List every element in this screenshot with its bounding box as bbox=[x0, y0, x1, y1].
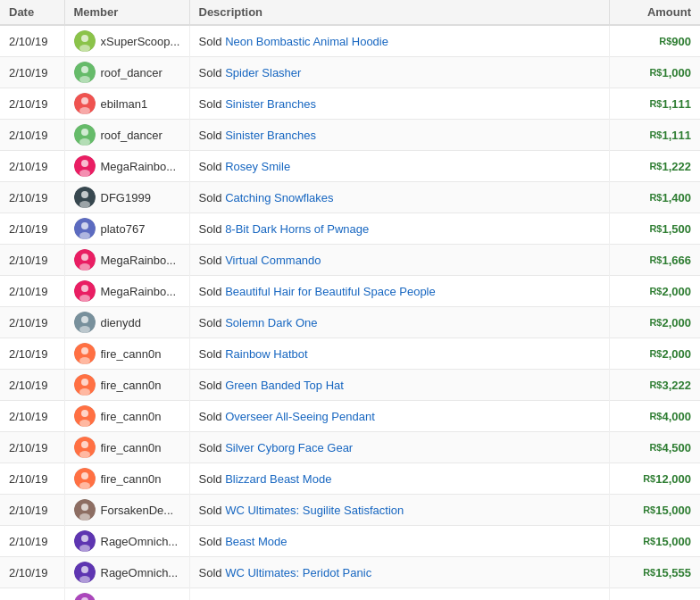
item-link[interactable]: Rosey Smile bbox=[225, 160, 290, 173]
cell-description: Sold Sinister Branches bbox=[189, 120, 609, 151]
amount-value: R$3,222 bbox=[649, 379, 691, 392]
table-row: 2/10/19 xSuperScoop...Sold Neon Bombasti… bbox=[0, 25, 700, 57]
member-name: RageOmnich... bbox=[101, 535, 179, 548]
table-row: 2/10/19 MegaRainbo...Sold Beautiful Hair… bbox=[0, 276, 700, 307]
table-row: 2/10/19 fire_cann0nSold Silver Cyborg Fa… bbox=[0, 432, 700, 463]
item-link[interactable]: Neon Bombastic Animal Hoodie bbox=[225, 35, 388, 48]
member-name: TwistedStory bbox=[101, 597, 167, 601]
member-name: RageOmnich... bbox=[101, 566, 179, 579]
cell-description: Sold Spider Slasher bbox=[189, 57, 609, 88]
svg-point-20 bbox=[79, 232, 90, 239]
svg-point-1 bbox=[81, 35, 88, 42]
item-link[interactable]: 8-Bit Dark Horns of Pwnage bbox=[225, 222, 369, 236]
svg-point-50 bbox=[79, 545, 90, 552]
cell-description: Sold Sparkle Time Fedora bbox=[189, 588, 609, 601]
avatar bbox=[74, 155, 96, 177]
svg-point-28 bbox=[81, 316, 88, 323]
cell-description: Sold Blizzard Beast Mode bbox=[189, 463, 609, 495]
table-row: 2/10/19 MegaRainbo...Sold Virtual Comman… bbox=[0, 245, 700, 276]
cell-date: 2/10/19 bbox=[0, 526, 64, 557]
table-row: 2/10/19 ebilman1Sold Sinister BranchesR$… bbox=[0, 88, 700, 120]
currency-sign: R$ bbox=[649, 161, 662, 171]
item-link[interactable]: Blizzard Beast Mode bbox=[225, 472, 331, 486]
cell-member: dienydd bbox=[64, 307, 189, 338]
item-link[interactable]: WC Ultimates: Sugilite Satisfaction bbox=[225, 504, 404, 517]
member-name: fire_cann0n bbox=[101, 410, 162, 423]
cell-member: roof_dancer bbox=[64, 120, 189, 151]
cell-date: 2/10/19 bbox=[0, 88, 64, 120]
member-name: fire_cann0n bbox=[101, 347, 162, 361]
cell-date: 2/10/19 bbox=[0, 432, 64, 463]
currency-sign: R$ bbox=[649, 223, 662, 234]
cell-description: Sold Catching Snowflakes bbox=[189, 182, 609, 213]
svg-point-44 bbox=[79, 482, 90, 489]
header-description: Description bbox=[189, 0, 609, 25]
cell-description: Sold Neon Bombastic Animal Hoodie bbox=[189, 25, 609, 57]
item-link[interactable]: Catching Snowflakes bbox=[225, 191, 333, 204]
item-link[interactable]: Beautiful Hair for Beautiful Space Peopl… bbox=[225, 285, 436, 298]
cell-member: MegaRainbo... bbox=[64, 276, 189, 307]
item-link[interactable]: Sinister Branches bbox=[225, 129, 316, 142]
cell-member: DFG1999 bbox=[64, 182, 189, 213]
cell-date: 2/10/19 bbox=[0, 182, 64, 213]
amount-value: R$15,000 bbox=[643, 504, 691, 517]
currency-sign: R$ bbox=[649, 192, 662, 203]
item-link[interactable]: Green Banded Top Hat bbox=[225, 379, 344, 392]
avatar bbox=[74, 405, 96, 427]
svg-point-49 bbox=[81, 535, 88, 542]
cell-amount: R$900 bbox=[609, 25, 700, 57]
member-name: ForsakenDe... bbox=[101, 504, 174, 517]
cell-amount: R$2,000 bbox=[609, 338, 700, 370]
member-name: MegaRainbo... bbox=[101, 160, 177, 173]
table-row: 2/10/19 fire_cann0nSold Overseer All-See… bbox=[0, 401, 700, 432]
svg-point-37 bbox=[81, 410, 88, 417]
cell-date: 2/10/19 bbox=[0, 307, 64, 338]
table-row: 2/10/19 dienyddSold Solemn Dark OneR$2,0… bbox=[0, 307, 700, 338]
svg-point-43 bbox=[81, 472, 88, 479]
cell-description: Sold Rosey Smile bbox=[189, 151, 609, 182]
item-link[interactable]: Silver Cyborg Face Gear bbox=[225, 441, 353, 454]
table-row: 2/10/19 DFG1999Sold Catching SnowflakesR… bbox=[0, 182, 700, 213]
item-link[interactable]: WC Ultimates: Peridot Panic bbox=[225, 566, 371, 579]
cell-date: 2/10/19 bbox=[0, 557, 64, 588]
cell-description: Sold WC Ultimates: Peridot Panic bbox=[189, 557, 609, 588]
item-link[interactable]: Sinister Branches bbox=[225, 97, 316, 111]
amount-value: R$1,400 bbox=[649, 191, 691, 204]
currency-sign: R$ bbox=[643, 473, 655, 484]
amount-value: R$1,500 bbox=[649, 222, 691, 236]
cell-description: Sold WC Ultimates: Sugilite Satisfaction bbox=[189, 495, 609, 526]
item-link[interactable]: Sparkle Time Fedora bbox=[225, 597, 333, 601]
cell-member: fire_cann0n bbox=[64, 401, 189, 432]
cell-description: Sold Solemn Dark One bbox=[189, 307, 609, 338]
item-link[interactable]: Overseer All-Seeing Pendant bbox=[225, 410, 375, 423]
item-link[interactable]: Virtual Commando bbox=[225, 254, 321, 267]
item-link[interactable]: Beast Mode bbox=[225, 535, 287, 548]
cell-amount: R$1,111 bbox=[609, 88, 700, 120]
currency-sign: R$ bbox=[659, 36, 671, 46]
member-name: DFG1999 bbox=[101, 191, 151, 204]
svg-point-34 bbox=[81, 379, 88, 386]
member-name: MegaRainbo... bbox=[101, 254, 177, 267]
avatar bbox=[74, 530, 96, 552]
member-name: fire_cann0n bbox=[101, 441, 162, 454]
amount-value: R$4,000 bbox=[649, 410, 691, 423]
item-link[interactable]: Spider Slasher bbox=[225, 66, 301, 79]
avatar bbox=[74, 249, 96, 271]
cell-amount: R$2,000 bbox=[609, 307, 700, 338]
amount-value: R$1,666 bbox=[649, 254, 691, 267]
avatar bbox=[74, 30, 96, 52]
item-link[interactable]: Rainbow Hatbot bbox=[225, 347, 308, 361]
item-link[interactable]: Solemn Dark One bbox=[225, 316, 317, 329]
amount-value: R$1,111 bbox=[649, 97, 691, 111]
cell-date: 2/10/19 bbox=[0, 495, 64, 526]
amount-value: R$12,000 bbox=[643, 472, 691, 486]
table-row: 2/10/19 RageOmnich...Sold Beast ModeR$15… bbox=[0, 526, 700, 557]
cell-member: TwistedStory bbox=[64, 588, 189, 601]
cell-amount: R$15,000 bbox=[609, 495, 700, 526]
cell-date: 2/10/19 bbox=[0, 245, 64, 276]
cell-member: plato767 bbox=[64, 213, 189, 245]
amount-value: R$100,000 bbox=[637, 597, 691, 601]
svg-point-53 bbox=[79, 576, 90, 583]
svg-point-8 bbox=[79, 107, 90, 114]
cell-amount: R$3,222 bbox=[609, 370, 700, 401]
